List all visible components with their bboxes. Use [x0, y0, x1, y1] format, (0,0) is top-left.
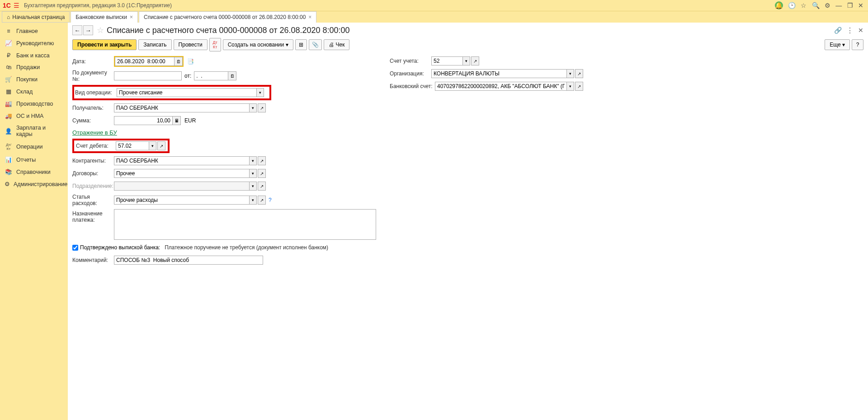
calculator-icon[interactable]: 🖩	[173, 116, 181, 125]
tab-document[interactable]: Списание с расчетного счета 0000-000008 …	[139, 11, 316, 23]
app-title: Бухгалтерия предприятия, редакция 3.0 (1…	[24, 2, 172, 9]
row-dept: Подразделение: ▾ ↗	[72, 181, 376, 191]
recipient-input[interactable]	[114, 103, 250, 112]
open-icon[interactable]: ↗	[157, 141, 165, 150]
sidebar-item-references[interactable]: 📚Справочники	[0, 166, 68, 178]
close-app-icon[interactable]: ✕	[858, 2, 863, 9]
sidebar-item-salary[interactable]: 👤Зарплата и кадры	[0, 122, 68, 140]
sidebar-item-warehouse[interactable]: ▦Склад	[0, 85, 68, 98]
dropdown-icon[interactable]: ▾	[463, 56, 470, 65]
settings-icon[interactable]: ⚙	[825, 2, 830, 9]
more-button[interactable]: Еще ▾	[825, 39, 850, 50]
minimize-icon[interactable]: —	[835, 2, 842, 9]
open-icon[interactable]: ↗	[258, 156, 266, 165]
dropdown-icon[interactable]: ▾	[567, 82, 574, 91]
structure-button[interactable]: ⊞	[295, 39, 307, 50]
sidebar-item-manager[interactable]: 📈Руководителю	[0, 37, 68, 49]
forward-button[interactable]: →	[83, 25, 93, 35]
optype-label: Вид операции:	[75, 89, 117, 96]
save-button[interactable]: Записать	[138, 39, 171, 50]
tab-home[interactable]: ⌂ Начальная страница	[2, 11, 70, 23]
favorite-icon[interactable]: ☆	[801, 2, 807, 9]
reflection-link[interactable]: Отражение в БУ	[72, 129, 117, 136]
sum-input[interactable]	[114, 116, 173, 125]
sidebar-item-operations[interactable]: Дт/КтОперации	[0, 140, 68, 154]
sidebar-item-purchases[interactable]: 🛒Покупки	[0, 73, 68, 85]
dropdown-icon[interactable]: ▾	[250, 156, 257, 165]
tab-home-label: Начальная страница	[12, 14, 65, 20]
row-account: Счет учета: ▾ ↗	[390, 56, 583, 66]
dropdown-icon[interactable]: ▾	[250, 103, 257, 112]
sidebar-item-production[interactable]: 🏭Производство	[0, 98, 68, 110]
bank-input[interactable]	[435, 82, 567, 91]
help-icon[interactable]: ?	[269, 197, 272, 203]
calendar-icon[interactable]: 🗓	[175, 57, 183, 66]
open-icon[interactable]: ↗	[575, 69, 583, 78]
account-input[interactable]	[431, 56, 463, 65]
open-icon[interactable]: ↗	[575, 82, 583, 91]
docnum-input[interactable]	[114, 71, 182, 80]
open-icon[interactable]: ↗	[258, 169, 266, 178]
link-icon[interactable]: 🔗	[834, 27, 842, 34]
date-input[interactable]	[115, 57, 175, 66]
purpose-textarea[interactable]	[114, 209, 376, 240]
dtkt-button[interactable]: ДтКт	[209, 38, 221, 51]
row-contracts: Договоры: ▾ ↗	[72, 168, 376, 178]
date-label: Дата:	[72, 58, 114, 65]
close-icon[interactable]: ×	[308, 14, 311, 20]
open-icon[interactable]: ↗	[258, 103, 266, 112]
history-icon[interactable]: 🕑	[788, 2, 796, 9]
debit-input[interactable]	[116, 141, 149, 150]
sidebar-item-assets[interactable]: 🚚ОС и НМА	[0, 110, 68, 122]
sidebar-item-admin[interactable]: ⚙Администрирование	[0, 178, 68, 190]
comment-input[interactable]	[114, 256, 263, 265]
barchart-icon: 📊	[5, 156, 13, 163]
close-doc-icon[interactable]: ✕	[858, 27, 863, 34]
post-button[interactable]: Провести	[174, 39, 208, 50]
receipt-button[interactable]: 🖨 Чек	[324, 39, 349, 50]
optype-input[interactable]	[117, 88, 257, 97]
post-close-button[interactable]: Провести и закрыть	[72, 39, 137, 50]
sidebar-item-sales[interactable]: 🛍Продажи	[0, 61, 68, 73]
sidebar-item-main[interactable]: ≡Главное	[0, 25, 68, 37]
sidebar-item-bank[interactable]: ₽Банк и касса	[0, 49, 68, 61]
close-icon[interactable]: ×	[130, 14, 133, 20]
logo-1c: 1C	[3, 2, 11, 9]
back-button[interactable]: ←	[72, 25, 82, 35]
maximize-icon[interactable]: ❐	[847, 2, 853, 9]
sidebar-item-reports[interactable]: 📊Отчеты	[0, 154, 68, 166]
expense-label: Статья расходов:	[72, 194, 114, 206]
create-based-button[interactable]: Создать на основании▾	[223, 39, 294, 50]
star-icon[interactable]: ☆	[97, 25, 104, 35]
caret-icon: ▾	[842, 42, 845, 48]
bag-icon: 🛍	[5, 64, 13, 70]
help-button[interactable]: ?	[852, 39, 863, 50]
dropdown-icon[interactable]: ▾	[149, 141, 156, 150]
attach-button[interactable]: 📎	[309, 39, 322, 50]
reflection-title: Отражение в БУ	[72, 129, 376, 136]
tab-bank-statements[interactable]: Банковские выписки ×	[71, 11, 138, 23]
sidebar-item-label: Операции	[16, 144, 42, 150]
row-bank: Банковский счет: ▾ ↗	[390, 81, 583, 91]
main-layout: ≡Главное 📈Руководителю ₽Банк и касса 🛍Пр…	[0, 23, 868, 420]
contragents-input[interactable]	[114, 156, 250, 165]
docnum-date-input[interactable]	[194, 71, 228, 80]
expense-input[interactable]	[114, 196, 250, 205]
dropdown-icon[interactable]: ▾	[250, 169, 257, 178]
menu-icon[interactable]: ☰	[14, 2, 19, 9]
calendar-icon[interactable]: 🗓	[228, 71, 236, 80]
open-icon[interactable]: ↗	[471, 56, 479, 65]
row-docnum: По документу №: от: 🗓	[72, 70, 376, 82]
org-input[interactable]	[431, 69, 567, 78]
contracts-input[interactable]	[114, 169, 250, 178]
confirmed-text: Платежное поручение не требуется (докуме…	[165, 244, 328, 251]
open-icon[interactable]: ↗	[258, 196, 266, 205]
dropdown-icon[interactable]: ▾	[250, 196, 257, 205]
sidebar-item-label: Отчеты	[16, 157, 36, 163]
notification-icon[interactable]: 🔔	[775, 1, 783, 9]
confirmed-checkbox[interactable]	[72, 245, 78, 251]
more-icon[interactable]: ⋮	[846, 26, 854, 35]
dropdown-icon[interactable]: ▾	[567, 69, 574, 78]
search-icon[interactable]: 🔍	[812, 2, 820, 9]
dropdown-icon[interactable]: ▾	[257, 88, 264, 97]
